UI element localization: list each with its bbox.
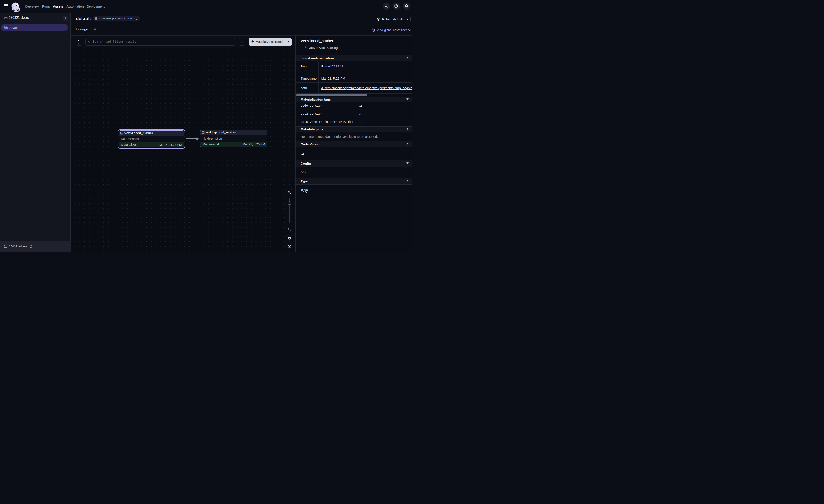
svg-text:?: ? <box>396 5 397 7</box>
